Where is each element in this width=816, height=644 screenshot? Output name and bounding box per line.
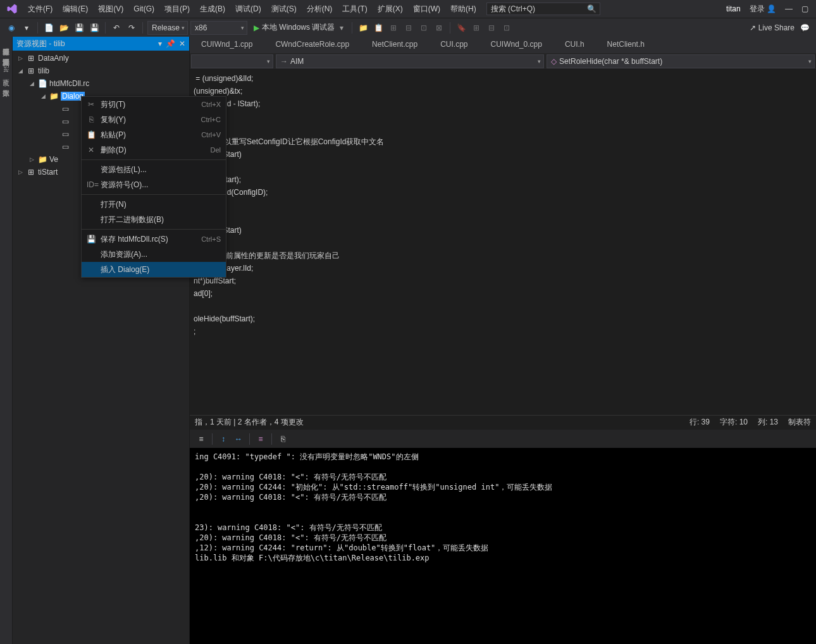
tool-btn-5[interactable]: ⊡ <box>417 22 430 34</box>
nav-bar: →AIM ◇SetRoleHide(char *& buffStart) <box>190 53 816 70</box>
dlg-icon: ▭ <box>61 130 70 139</box>
menu-item[interactable]: 视图(V) <box>93 1 128 17</box>
output-btn-5[interactable]: ⎘ <box>276 433 289 445</box>
context-menu-item[interactable]: 插入 Dialog(E) <box>82 262 226 277</box>
save-all-button[interactable]: 💾 <box>88 22 101 34</box>
minimize-icon[interactable]: — <box>785 4 793 13</box>
feedback-icon[interactable]: 💬 <box>798 22 811 34</box>
file-tab[interactable]: CWndCreateRole.cpp <box>264 37 361 53</box>
dlg-icon: ▭ <box>61 142 70 151</box>
tree-node[interactable]: ◢📄htdMfcDll.rc <box>13 77 189 90</box>
tool-btn-8[interactable]: ⊞ <box>470 22 483 34</box>
col-indicator: 列: 13 <box>758 417 778 428</box>
ctx-icon: ID= <box>87 180 96 189</box>
redo-button[interactable]: ↷ <box>125 22 138 34</box>
run-button[interactable]: ▶本地 Windows 调试器▾ <box>250 22 347 33</box>
output-panel[interactable]: ing C4091: "typedef ": 没有声明变量时忽略"WNDS"的左… <box>190 448 816 644</box>
output-btn-2[interactable]: ↕ <box>217 433 230 445</box>
tool-btn-6[interactable]: ⊠ <box>433 22 445 34</box>
menu-item[interactable]: 编辑(E) <box>58 1 93 17</box>
tool-btn-2[interactable]: 📋 <box>372 22 385 34</box>
vertical-tab[interactable]: Git 更改 <box>0 59 12 78</box>
vertical-tab[interactable]: 服务器资源管理器 <box>0 39 12 47</box>
open-button[interactable]: 📂 <box>58 22 70 34</box>
undo-button[interactable]: ↶ <box>110 22 123 34</box>
file-tab[interactable]: CUIWnd_1.cpp <box>190 37 264 53</box>
menu-item[interactable]: 工具(T) <box>337 1 372 17</box>
menu-item[interactable]: 帮助(H) <box>445 1 481 17</box>
db-icon: ⊞ <box>27 168 35 176</box>
panel-title-bar[interactable]: 资源视图 - tilib ▾📌✕ <box>13 37 189 51</box>
vertical-tab[interactable]: 数据库 <box>0 80 12 88</box>
file-tab[interactable]: CUIWnd_0.cpp <box>479 37 553 53</box>
output-btn-4[interactable]: ≡ <box>254 433 267 445</box>
function-dropdown[interactable]: →AIM <box>276 54 544 68</box>
file-tab[interactable]: CUI.cpp <box>429 37 479 53</box>
file-tab[interactable]: NetClient.h <box>596 37 656 53</box>
menu-item[interactable]: 生成(B) <box>195 1 230 17</box>
close-icon[interactable]: ✕ <box>179 39 185 48</box>
output-btn-1[interactable]: ≡ <box>195 433 207 445</box>
context-menu-item[interactable]: 打开(N) <box>82 197 226 212</box>
menu-item[interactable]: 文件(F) <box>23 1 58 17</box>
maximize-icon[interactable]: ▢ <box>801 4 808 13</box>
dropdown-icon[interactable]: ▾ <box>158 39 162 48</box>
vertical-tab[interactable]: 解决方案资源管理器 <box>0 49 12 57</box>
tool-btn-9[interactable]: ⊟ <box>485 22 498 34</box>
menu-item[interactable]: 分析(N) <box>302 1 338 17</box>
tree-label: tilib <box>38 66 49 75</box>
menu-item[interactable]: Git(G) <box>128 2 159 16</box>
panel-title: 资源视图 - tilib <box>16 39 65 49</box>
tool-btn-4[interactable]: ⊟ <box>402 22 415 34</box>
file-tab[interactable]: NetClient.cpp <box>361 37 429 53</box>
tree-label: htdMfcDll.rc <box>49 79 89 88</box>
context-menu-item[interactable]: ✂剪切(T)Ctrl+X <box>82 97 226 112</box>
db-icon: ⊞ <box>27 54 35 63</box>
context-menu-item[interactable]: ⎘复制(Y)Ctrl+C <box>82 112 226 127</box>
menu-item[interactable]: 扩展(X) <box>373 1 408 17</box>
menu-item[interactable]: 窗口(W) <box>408 1 445 17</box>
context-menu-item[interactable]: 打开二进制数据(B) <box>82 212 226 227</box>
tool-btn-10[interactable]: ⊡ <box>500 22 513 34</box>
solution-name[interactable]: titan <box>726 4 741 13</box>
arrow-icon: → <box>280 57 288 66</box>
menu-item[interactable]: 测试(S) <box>266 1 302 17</box>
scope-dropdown[interactable] <box>191 54 273 68</box>
tab-indicator: 制表符 <box>788 417 811 428</box>
back-button[interactable]: ◉ <box>5 22 18 34</box>
bookmark-icon[interactable]: 🔖 <box>455 22 467 34</box>
new-button[interactable]: 📄 <box>42 22 55 34</box>
resource-tree[interactable]: ▷⊞DataAnly◢⊞tilib◢📄htdMfcDll.rc◢📁Dialog▭… <box>13 51 189 644</box>
live-share-button[interactable]: ↗ Live Share <box>750 23 794 32</box>
output-toolbar: ≡ ↕ ↔ ≡ ⎘ <box>190 429 816 448</box>
editor-tabs: CUIWnd_1.cppCWndCreateRole.cppNetClient.… <box>190 37 816 53</box>
menu-item[interactable]: 调试(D) <box>230 1 266 17</box>
platform-dropdown[interactable]: x86 <box>190 21 247 35</box>
tool-btn-1[interactable]: 📁 <box>357 22 369 34</box>
context-menu-item[interactable]: ID=资源符号(O)... <box>82 177 226 192</box>
context-menu-item[interactable]: 资源包括(L)... <box>82 162 226 177</box>
ctx-icon: ✂ <box>87 100 96 109</box>
context-menu-item[interactable]: ✕删除(D)Del <box>82 142 226 158</box>
nav-dropdown[interactable]: ▾ <box>20 22 33 34</box>
pin-icon[interactable]: 📌 <box>166 39 175 48</box>
config-dropdown[interactable]: Release <box>147 21 188 35</box>
save-button[interactable]: 💾 <box>73 22 85 34</box>
member-dropdown[interactable]: ◇SetRoleHide(char *& buffStart) <box>547 54 815 68</box>
dlg-icon: ▭ <box>61 104 70 113</box>
context-menu-item[interactable]: 添加资源(A)... <box>82 247 226 262</box>
output-btn-3[interactable]: ↔ <box>232 433 245 445</box>
editor-status-bar: 指，1 天前 | 2 名作者，4 项更改 行: 39 字符: 10 列: 13 … <box>190 415 816 429</box>
dlg-icon: ▭ <box>61 117 70 126</box>
tree-node[interactable]: ◢⊞tilib <box>13 65 189 77</box>
context-menu-item[interactable]: 📋粘贴(P)Ctrl+V <box>82 127 226 142</box>
menu-item[interactable]: 项目(P) <box>159 1 195 17</box>
context-menu-item[interactable]: 💾保存 htdMfcDll.rc(S)Ctrl+S <box>82 232 226 247</box>
tool-btn-3[interactable]: ⊞ <box>387 22 400 34</box>
login-link[interactable]: 登录 👤 <box>750 4 776 15</box>
tree-node[interactable]: ▷⊞DataAnly <box>13 52 189 65</box>
code-editor[interactable]: = (unsigned)&lId;(unsigned)&tx;fStart, l… <box>190 70 816 415</box>
db-icon: ⊞ <box>27 66 35 75</box>
file-tab[interactable]: CUI.h <box>553 37 596 53</box>
search-box[interactable]: 搜索 (Ctrl+Q) 🔍 <box>486 3 600 15</box>
